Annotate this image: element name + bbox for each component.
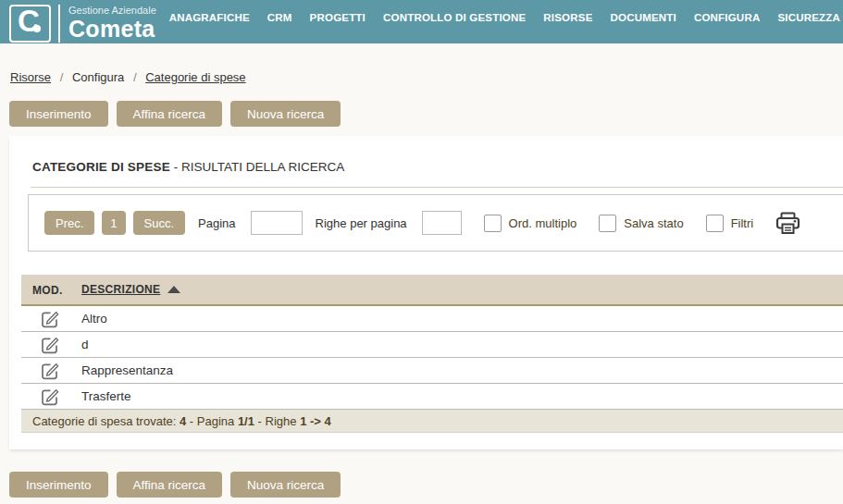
inserimento-button[interactable]: Inserimento [9, 101, 108, 127]
edit-row-button[interactable] [39, 334, 60, 355]
description-cell: Rappresentanza [70, 363, 173, 377]
edit-row-button[interactable] [39, 386, 60, 407]
edit-icon [39, 360, 60, 381]
nav-item-progetti[interactable]: PROGETTI [310, 12, 366, 23]
edit-row-button[interactable] [39, 360, 60, 381]
inserimento-button[interactable]: Inserimento [9, 472, 108, 498]
edit-icon [39, 386, 60, 407]
bottom-action-buttons: Inserimento Affina ricerca Nuova ricerca [9, 472, 843, 498]
breadcrumb: Risorse / Configura / Categorie di spese [10, 70, 843, 85]
affina-ricerca-button[interactable]: Affina ricerca [117, 472, 223, 498]
pagination-toolbar: Prec. 1 Succ. Pagina Righe per pagina Or… [28, 194, 843, 252]
title-divider [31, 187, 843, 188]
breadcrumb-separator: / [133, 70, 137, 84]
page-title: CATEGORIE DI SPESE - RISULTATI DELLA RIC… [32, 160, 843, 176]
filtri-checkbox[interactable] [706, 215, 724, 232]
results-panel: CATEGORIE DI SPESE - RISULTATI DELLA RIC… [9, 136, 843, 449]
column-header-descrizione[interactable]: DESCRIZIONE [81, 283, 160, 296]
logo-dot-icon [33, 25, 41, 32]
results-summary: Categorie di spesa trovate: 4 - Pagina 1… [21, 410, 843, 433]
table-row: Altro [21, 306, 843, 332]
page-title-main: CATEGORIE DI SPESE [32, 160, 170, 174]
page-input-label: Pagina [198, 216, 235, 230]
rows-per-page-label: Righe per pagina [316, 216, 407, 230]
nav-item-configura[interactable]: CONFIGURA [694, 12, 760, 23]
summary-label: Categorie di spesa trovate: [32, 414, 180, 428]
page-1-button[interactable]: 1 [102, 211, 125, 235]
description-cell: d [70, 338, 89, 351]
summary-text: - Pagina [186, 414, 238, 428]
nav-item-crm[interactable]: CRM [267, 12, 292, 23]
edit-row-button[interactable] [39, 308, 60, 329]
page-title-subtitle: - RISULTATI DELLA RICERCA [170, 160, 344, 174]
nav-item-risorse[interactable]: RISORSE [543, 12, 592, 23]
results-table: MOD. DESCRIZIONE Altro [21, 275, 843, 433]
nuova-ricerca-button[interactable]: Nuova ricerca [230, 101, 341, 127]
table-row: d [21, 332, 843, 358]
logo-divider [58, 5, 60, 43]
breadcrumb-configura: Configura [72, 70, 124, 84]
affina-ricerca-button[interactable]: Affina ricerca [117, 101, 223, 127]
column-header-mod: MOD. [32, 284, 63, 297]
edit-icon [39, 334, 60, 355]
breadcrumb-separator: / [60, 70, 64, 84]
printer-icon [775, 212, 800, 235]
nav-item-controllo-di-gestione[interactable]: CONTROLLO DI GESTIONE [383, 12, 526, 23]
rows-per-page-input[interactable] [422, 211, 462, 235]
nav-item-sicurezza[interactable]: SICUREZZA [777, 12, 840, 23]
prev-page-button[interactable]: Prec. [44, 211, 94, 235]
ord-multiplo-label[interactable]: Ord. multiplo [509, 216, 577, 230]
table-row: Rappresentanza [21, 358, 843, 384]
salva-stato-checkbox[interactable] [599, 215, 616, 232]
top-action-buttons: Inserimento Affina ricerca Nuova ricerca [9, 101, 843, 127]
logo-letter: C [18, 4, 40, 39]
summary-count: 4 [180, 414, 186, 428]
table-header-row: MOD. DESCRIZIONE [21, 275, 843, 306]
nav-item-documenti[interactable]: DOCUMENTI [611, 12, 676, 23]
summary-page: 1/1 [238, 414, 254, 428]
salva-stato-label[interactable]: Salva stato [624, 216, 683, 230]
logo-mark: C [9, 5, 51, 43]
app-name: Cometa [68, 17, 156, 42]
print-button[interactable] [775, 212, 800, 235]
app-logo[interactable]: C Gestione Aziendale Cometa [9, 5, 156, 43]
nuova-ricerca-button[interactable]: Nuova ricerca [230, 472, 341, 498]
summary-range: 1 -> 4 [300, 414, 331, 428]
table-row: Trasferte [21, 384, 843, 410]
filtri-label[interactable]: Filtri [731, 216, 754, 230]
main-nav: ANAGRAFICHE CRM PROGETTI CONTROLLO DI GE… [169, 12, 840, 23]
breadcrumb-categorie-di-spese[interactable]: Categorie di spese [145, 70, 245, 84]
nav-item-anagrafiche[interactable]: ANAGRAFICHE [169, 12, 250, 23]
summary-text: - Righe [254, 414, 300, 428]
description-cell: Altro [70, 312, 107, 326]
breadcrumb-risorse[interactable]: Risorse [10, 70, 51, 84]
description-cell: Trasferte [70, 389, 131, 403]
app-header: C Gestione Aziendale Cometa ANAGRAFICHE … [0, 0, 843, 43]
ord-multiplo-checkbox[interactable] [484, 215, 502, 232]
edit-icon [39, 308, 60, 329]
sort-ascending-icon [167, 286, 180, 293]
page-input[interactable] [251, 211, 303, 235]
next-page-button[interactable]: Succ. [133, 211, 186, 235]
